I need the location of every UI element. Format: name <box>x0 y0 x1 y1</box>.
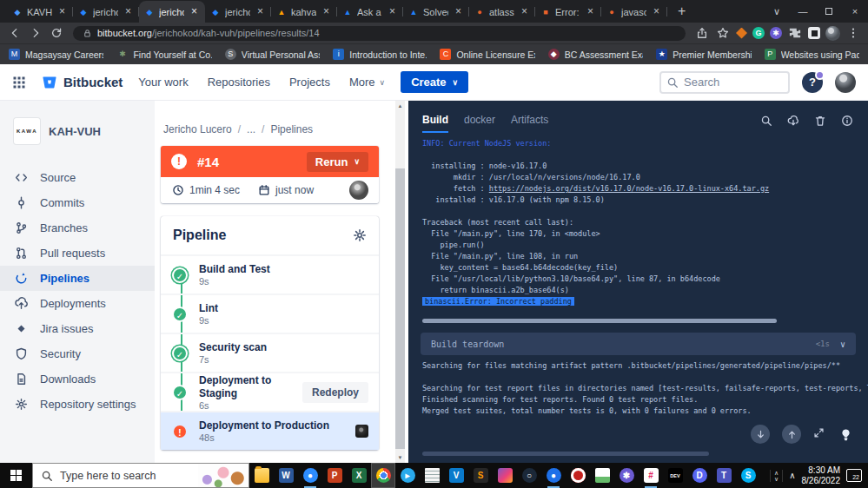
delete-log-icon[interactable] <box>813 114 827 128</box>
header-nav-more[interactable]: More∨ <box>349 76 385 89</box>
bookmark-item[interactable]: SVirtual Personal Ass... <box>225 49 320 60</box>
scrollbar-up-arrow[interactable]: ▲ <box>395 101 405 111</box>
bookmark-item[interactable]: COnline Licensure Ex... <box>440 49 534 60</box>
browser-tab[interactable]: ▲Solved: E× <box>403 1 469 23</box>
bookmark-item[interactable]: MMagsaysay Careers... <box>9 49 103 60</box>
sidebar-item-repository-settings[interactable]: Repository settings <box>0 392 155 417</box>
tab-close-icon[interactable]: × <box>651 6 662 17</box>
taskbar-powerpoint-icon[interactable]: P <box>322 463 347 488</box>
taskbar-notepad-icon[interactable] <box>420 463 444 488</box>
refresh-button[interactable] <box>49 25 64 41</box>
browser-tab[interactable]: ▲Ask a qu× <box>337 1 403 23</box>
minimize-button[interactable]: — <box>790 6 816 16</box>
pipeline-step-deployment-to-production[interactable]: !Deployment to Production48s <box>161 411 379 450</box>
notification-center-button[interactable]: 22 <box>846 469 862 482</box>
teardown-horizontal-scrollbar[interactable] <box>422 452 709 456</box>
extensions-puzzle-icon[interactable] <box>787 25 803 41</box>
breadcrumb-ellipsis[interactable]: ... <box>247 123 255 135</box>
taskbar-file-explorer-icon[interactable] <box>249 463 274 488</box>
taskbar-slack-icon[interactable]: # <box>639 463 663 488</box>
header-nav-your-work[interactable]: Your work <box>138 76 188 89</box>
taskbar-steam-icon[interactable]: ○ <box>517 463 541 488</box>
user-avatar[interactable] <box>835 72 856 93</box>
log-search-icon[interactable] <box>759 114 773 128</box>
bookmark-item[interactable]: ★Premier Membershi... <box>656 49 751 60</box>
search-input[interactable]: Search <box>659 71 790 94</box>
download-log-icon[interactable] <box>786 114 800 128</box>
taskbar-skype-icon[interactable]: S <box>736 463 760 488</box>
share-icon[interactable] <box>694 25 710 41</box>
bitbucket-logo[interactable]: Bitbucket <box>42 75 123 90</box>
browser-tab[interactable]: ◆jerichoko× <box>205 1 271 23</box>
taskbar-color-tile-icon[interactable] <box>493 463 517 488</box>
taskbar-discord-icon[interactable]: D <box>687 463 712 488</box>
breadcrumb-user[interactable]: Jericho Lucero <box>163 123 232 135</box>
close-button[interactable]: × <box>842 6 868 16</box>
taskbar-clock[interactable]: 8:30 AM8/26/2022 <box>802 465 841 485</box>
tab-close-icon[interactable]: × <box>189 6 200 17</box>
taskbar-sublime-icon[interactable]: S <box>468 463 493 488</box>
log-tab-artifacts[interactable]: Artifacts <box>511 114 548 133</box>
taskbar-photo-viewer-icon[interactable] <box>590 463 614 488</box>
taskbar-excel-icon[interactable]: X <box>347 463 371 488</box>
browser-menu-kebab-icon[interactable] <box>845 25 861 41</box>
maximize-button[interactable] <box>816 6 842 16</box>
taskbar-dev-community-icon[interactable]: DEV <box>663 463 687 488</box>
breadcrumb-pipelines[interactable]: Pipelines <box>270 123 313 135</box>
back-button[interactable] <box>7 25 23 41</box>
taskbar-teams-icon[interactable]: T <box>712 463 736 488</box>
browser-tab[interactable]: ◆KAVH BC× <box>7 1 73 23</box>
address-bar[interactable]: bitbucket.org/jerichokod/kah-vuh/pipelin… <box>73 26 686 41</box>
scrollbar-down-arrow[interactable]: ▼ <box>395 452 405 463</box>
browser-tab[interactable]: ■Error: Fa× <box>535 1 601 23</box>
pipeline-step-deployment-to-staging[interactable]: ✓Deployment to Staging6sRedeploy <box>161 372 379 411</box>
header-nav-repositories[interactable]: Repositories <box>208 76 270 89</box>
browser-profile-avatar[interactable] <box>825 26 840 41</box>
sidebar-item-security[interactable]: Security <box>0 341 155 366</box>
browser-tab[interactable]: ●atlassian× <box>469 1 535 23</box>
lightbulb-icon[interactable] <box>839 428 852 441</box>
taskbar-zoom-icon[interactable]: ● <box>298 463 322 488</box>
bookmark-item[interactable]: PWebsites using Pad... <box>765 49 859 60</box>
taskbar-scroll-chevrons[interactable]: ∧∨ <box>770 470 783 482</box>
taskbar-blue-dot-app-icon[interactable]: ● <box>541 463 566 488</box>
flower-extension-icon[interactable] <box>770 27 782 39</box>
taskbar-screen-recorder-icon[interactable] <box>566 463 590 488</box>
sidebar-item-commits[interactable]: Commits <box>0 190 155 215</box>
log-horizontal-scrollbar[interactable] <box>422 319 777 323</box>
pipeline-settings-gear-icon[interactable] <box>353 228 367 242</box>
rerun-button[interactable]: Rerun∨ <box>307 152 368 172</box>
pipeline-step-security-scan[interactable]: ✓Security scan7s <box>161 333 379 372</box>
header-nav-projects[interactable]: Projects <box>289 76 330 89</box>
run-author-avatar[interactable] <box>349 181 368 200</box>
scroll-to-top-button[interactable] <box>782 425 801 444</box>
fullscreen-expand-icon[interactable] <box>813 427 827 441</box>
help-button[interactable]: ? <box>802 72 823 93</box>
tab-close-icon[interactable]: × <box>585 6 596 17</box>
sidebar-item-branches[interactable]: Branches <box>0 215 155 241</box>
info-icon[interactable] <box>840 114 854 128</box>
tab-close-icon[interactable]: × <box>123 6 134 17</box>
bookmark-star-icon[interactable] <box>715 25 731 41</box>
taskbar-flower-app-icon[interactable]: ✱ <box>614 463 639 488</box>
tab-close-icon[interactable]: × <box>56 6 68 17</box>
sidebar-item-pipelines[interactable]: Pipelines <box>0 266 155 291</box>
log-tab-docker[interactable]: docker <box>464 114 495 133</box>
sidebar-item-source[interactable]: Source <box>0 165 155 190</box>
forward-button[interactable] <box>28 25 43 41</box>
project-header[interactable]: KAWA KAH-VUH <box>0 111 155 165</box>
build-teardown-section[interactable]: Build teardown <1s ∨ <box>421 333 856 355</box>
tab-close-icon[interactable]: × <box>519 6 530 17</box>
pipeline-step-lint[interactable]: ✓Lint9s <box>161 293 379 333</box>
log-tab-build[interactable]: Build <box>422 114 448 133</box>
taskbar-chrome-icon[interactable] <box>371 463 395 488</box>
sidebar-item-jira-issues[interactable]: Jira issues <box>0 316 155 341</box>
taskbar-word-icon[interactable]: W <box>274 463 298 488</box>
browser-tab[interactable]: ▲kahvah -× <box>271 1 337 23</box>
taskbar-search[interactable]: Type here to search <box>32 463 249 488</box>
metamask-extension-icon[interactable] <box>736 28 747 39</box>
taskbar-telegram-icon[interactable]: ▸ <box>395 463 420 488</box>
bookmark-item[interactable]: ✱Find Yourself at Co... <box>116 49 211 60</box>
tab-close-icon[interactable]: × <box>453 6 464 17</box>
tab-close-icon[interactable]: × <box>321 6 332 17</box>
